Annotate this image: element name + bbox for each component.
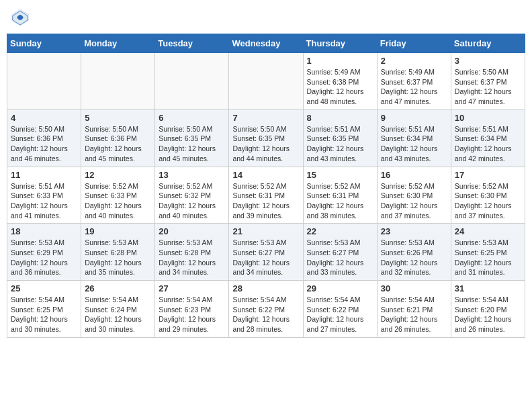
day-number-8: 8 bbox=[307, 113, 373, 123]
week-row-5: 25Sunrise: 5:54 AM Sunset: 6:25 PM Dayli… bbox=[7, 281, 525, 338]
day-cell-17: 17Sunrise: 5:52 AM Sunset: 6:30 PM Dayli… bbox=[451, 167, 525, 224]
week-row-3: 11Sunrise: 5:51 AM Sunset: 6:33 PM Dayli… bbox=[7, 167, 525, 224]
day-cell-4: 4Sunrise: 5:50 AM Sunset: 6:36 PM Daylig… bbox=[7, 109, 81, 167]
day-info-17: Sunrise: 5:52 AM Sunset: 6:30 PM Dayligh… bbox=[455, 181, 521, 221]
day-info-8: Sunrise: 5:51 AM Sunset: 6:35 PM Dayligh… bbox=[307, 124, 373, 164]
day-number-15: 15 bbox=[307, 170, 373, 180]
day-cell-24: 24Sunrise: 5:53 AM Sunset: 6:25 PM Dayli… bbox=[451, 224, 525, 281]
day-info-29: Sunrise: 5:54 AM Sunset: 6:22 PM Dayligh… bbox=[307, 295, 373, 334]
day-info-25: Sunrise: 5:54 AM Sunset: 6:25 PM Dayligh… bbox=[11, 295, 77, 334]
day-info-26: Sunrise: 5:54 AM Sunset: 6:24 PM Dayligh… bbox=[85, 295, 151, 334]
day-cell-26: 26Sunrise: 5:54 AM Sunset: 6:24 PM Dayli… bbox=[81, 281, 155, 338]
day-number-2: 2 bbox=[381, 56, 447, 66]
logo-icon bbox=[9, 7, 31, 28]
day-cell-20: 20Sunrise: 5:53 AM Sunset: 6:28 PM Dayli… bbox=[155, 224, 229, 281]
day-number-4: 4 bbox=[11, 113, 77, 123]
day-info-28: Sunrise: 5:54 AM Sunset: 6:22 PM Dayligh… bbox=[232, 295, 299, 334]
day-info-31: Sunrise: 5:54 AM Sunset: 6:20 PM Dayligh… bbox=[455, 295, 521, 334]
day-cell-13: 13Sunrise: 5:52 AM Sunset: 6:32 PM Dayli… bbox=[155, 167, 229, 224]
day-info-7: Sunrise: 5:50 AM Sunset: 6:35 PM Dayligh… bbox=[232, 124, 299, 164]
day-number-3: 3 bbox=[455, 56, 521, 66]
day-info-15: Sunrise: 5:52 AM Sunset: 6:31 PM Dayligh… bbox=[307, 181, 373, 221]
day-number-30: 30 bbox=[381, 283, 447, 293]
day-number-20: 20 bbox=[159, 226, 225, 236]
day-number-31: 31 bbox=[455, 283, 521, 293]
day-number-18: 18 bbox=[11, 226, 77, 236]
day-info-20: Sunrise: 5:53 AM Sunset: 6:28 PM Dayligh… bbox=[159, 238, 225, 277]
day-cell-31: 31Sunrise: 5:54 AM Sunset: 6:20 PM Dayli… bbox=[451, 281, 525, 338]
day-info-5: Sunrise: 5:50 AM Sunset: 6:36 PM Dayligh… bbox=[85, 124, 151, 164]
day-cell-12: 12Sunrise: 5:52 AM Sunset: 6:33 PM Dayli… bbox=[81, 167, 155, 224]
day-cell-11: 11Sunrise: 5:51 AM Sunset: 6:33 PM Dayli… bbox=[7, 167, 81, 224]
day-cell-18: 18Sunrise: 5:53 AM Sunset: 6:29 PM Dayli… bbox=[7, 224, 81, 281]
day-cell-2: 2Sunrise: 5:49 AM Sunset: 6:37 PM Daylig… bbox=[377, 53, 451, 110]
day-info-9: Sunrise: 5:51 AM Sunset: 6:34 PM Dayligh… bbox=[381, 124, 447, 164]
day-number-13: 13 bbox=[159, 170, 225, 180]
day-number-10: 10 bbox=[455, 113, 521, 123]
day-info-10: Sunrise: 5:51 AM Sunset: 6:34 PM Dayligh… bbox=[455, 124, 521, 164]
day-info-4: Sunrise: 5:50 AM Sunset: 6:36 PM Dayligh… bbox=[11, 124, 77, 164]
day-number-1: 1 bbox=[307, 56, 373, 66]
day-cell-27: 27Sunrise: 5:54 AM Sunset: 6:23 PM Dayli… bbox=[155, 281, 229, 338]
empty-cell bbox=[229, 53, 303, 110]
week-row-2: 4Sunrise: 5:50 AM Sunset: 6:36 PM Daylig… bbox=[7, 109, 525, 167]
day-cell-3: 3Sunrise: 5:50 AM Sunset: 6:37 PM Daylig… bbox=[451, 53, 525, 110]
week-row-1: 1Sunrise: 5:49 AM Sunset: 6:38 PM Daylig… bbox=[7, 53, 525, 110]
day-info-14: Sunrise: 5:52 AM Sunset: 6:31 PM Dayligh… bbox=[232, 181, 299, 221]
day-cell-14: 14Sunrise: 5:52 AM Sunset: 6:31 PM Dayli… bbox=[229, 167, 303, 224]
day-cell-15: 15Sunrise: 5:52 AM Sunset: 6:31 PM Dayli… bbox=[303, 167, 377, 224]
day-number-16: 16 bbox=[381, 170, 447, 180]
day-cell-10: 10Sunrise: 5:51 AM Sunset: 6:34 PM Dayli… bbox=[451, 109, 525, 167]
page-header bbox=[7, 7, 525, 28]
week-row-4: 18Sunrise: 5:53 AM Sunset: 6:29 PM Dayli… bbox=[7, 224, 525, 281]
weekday-header-wednesday: Wednesday bbox=[229, 34, 303, 53]
weekday-header-row: SundayMondayTuesdayWednesdayThursdayFrid… bbox=[7, 34, 525, 53]
day-number-23: 23 bbox=[381, 226, 447, 236]
logo bbox=[9, 7, 34, 28]
day-number-29: 29 bbox=[307, 283, 373, 293]
day-info-27: Sunrise: 5:54 AM Sunset: 6:23 PM Dayligh… bbox=[159, 295, 225, 334]
day-cell-19: 19Sunrise: 5:53 AM Sunset: 6:28 PM Dayli… bbox=[81, 224, 155, 281]
day-cell-8: 8Sunrise: 5:51 AM Sunset: 6:35 PM Daylig… bbox=[303, 109, 377, 167]
weekday-header-tuesday: Tuesday bbox=[155, 34, 229, 53]
day-number-5: 5 bbox=[85, 113, 151, 123]
day-cell-25: 25Sunrise: 5:54 AM Sunset: 6:25 PM Dayli… bbox=[7, 281, 81, 338]
day-number-21: 21 bbox=[232, 226, 299, 236]
day-number-24: 24 bbox=[455, 226, 521, 236]
day-cell-28: 28Sunrise: 5:54 AM Sunset: 6:22 PM Dayli… bbox=[229, 281, 303, 338]
weekday-header-sunday: Sunday bbox=[7, 34, 81, 53]
day-number-26: 26 bbox=[85, 283, 151, 293]
weekday-header-thursday: Thursday bbox=[303, 34, 377, 53]
day-info-6: Sunrise: 5:50 AM Sunset: 6:35 PM Dayligh… bbox=[159, 124, 225, 164]
day-number-22: 22 bbox=[307, 226, 373, 236]
day-cell-16: 16Sunrise: 5:52 AM Sunset: 6:30 PM Dayli… bbox=[377, 167, 451, 224]
day-number-6: 6 bbox=[159, 113, 225, 123]
day-info-22: Sunrise: 5:53 AM Sunset: 6:27 PM Dayligh… bbox=[307, 238, 373, 277]
day-info-3: Sunrise: 5:50 AM Sunset: 6:37 PM Dayligh… bbox=[455, 67, 521, 107]
day-number-28: 28 bbox=[232, 283, 299, 293]
day-info-23: Sunrise: 5:53 AM Sunset: 6:26 PM Dayligh… bbox=[381, 238, 447, 277]
day-cell-5: 5Sunrise: 5:50 AM Sunset: 6:36 PM Daylig… bbox=[81, 109, 155, 167]
day-cell-7: 7Sunrise: 5:50 AM Sunset: 6:35 PM Daylig… bbox=[229, 109, 303, 167]
day-info-18: Sunrise: 5:53 AM Sunset: 6:29 PM Dayligh… bbox=[11, 238, 77, 277]
day-number-19: 19 bbox=[85, 226, 151, 236]
day-cell-1: 1Sunrise: 5:49 AM Sunset: 6:38 PM Daylig… bbox=[303, 53, 377, 110]
day-cell-30: 30Sunrise: 5:54 AM Sunset: 6:21 PM Dayli… bbox=[377, 281, 451, 338]
day-number-17: 17 bbox=[455, 170, 521, 180]
weekday-header-monday: Monday bbox=[81, 34, 155, 53]
day-info-1: Sunrise: 5:49 AM Sunset: 6:38 PM Dayligh… bbox=[307, 67, 373, 107]
calendar-table: SundayMondayTuesdayWednesdayThursdayFrid… bbox=[7, 34, 525, 338]
day-cell-21: 21Sunrise: 5:53 AM Sunset: 6:27 PM Dayli… bbox=[229, 224, 303, 281]
day-cell-6: 6Sunrise: 5:50 AM Sunset: 6:35 PM Daylig… bbox=[155, 109, 229, 167]
day-number-7: 7 bbox=[232, 113, 299, 123]
day-number-9: 9 bbox=[381, 113, 447, 123]
empty-cell bbox=[81, 53, 155, 110]
day-info-13: Sunrise: 5:52 AM Sunset: 6:32 PM Dayligh… bbox=[159, 181, 225, 221]
day-number-12: 12 bbox=[85, 170, 151, 180]
day-number-25: 25 bbox=[11, 283, 77, 293]
day-info-24: Sunrise: 5:53 AM Sunset: 6:25 PM Dayligh… bbox=[455, 238, 521, 277]
day-cell-22: 22Sunrise: 5:53 AM Sunset: 6:27 PM Dayli… bbox=[303, 224, 377, 281]
weekday-header-friday: Friday bbox=[377, 34, 451, 53]
day-info-11: Sunrise: 5:51 AM Sunset: 6:33 PM Dayligh… bbox=[11, 181, 77, 221]
day-number-11: 11 bbox=[11, 170, 77, 180]
